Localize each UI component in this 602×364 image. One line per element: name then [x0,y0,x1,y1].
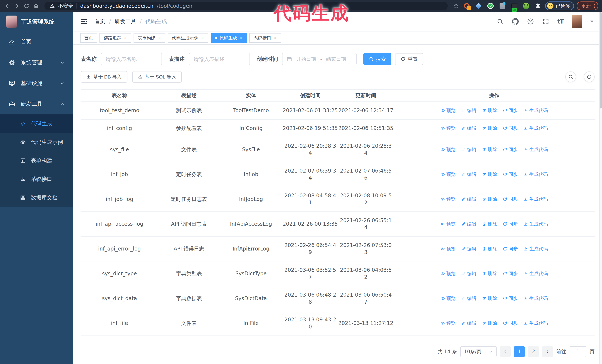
extension-puzzle-icon[interactable] [534,2,541,10]
sync-link[interactable]: 同步 [503,171,518,178]
page-button-2[interactable]: 2 [528,346,539,357]
generate-code-link[interactable]: 生成代码 [524,245,548,252]
extension-green-check-icon[interactable] [487,2,494,10]
edit-link[interactable]: 编辑 [461,270,476,277]
sync-link[interactable]: 同步 [503,125,518,132]
browser-update-button[interactable]: 更新 [577,1,598,10]
delete-link[interactable]: 删除 [482,146,497,153]
github-icon[interactable] [512,18,519,25]
breadcrumb-home[interactable]: 首页 [95,18,105,25]
reset-button[interactable]: 重置 [395,53,423,65]
generate-code-link[interactable]: 生成代码 [524,125,548,132]
fullscreen-icon[interactable] [542,18,549,25]
browser-profile-button[interactable]: 已暂停 [545,1,574,10]
sidebar-fold-icon[interactable] [80,18,88,25]
table-desc-input[interactable] [189,53,250,65]
table-name-input[interactable] [101,53,162,65]
bookmark-star-icon[interactable] [452,2,460,10]
browser-back-button[interactable] [4,2,11,10]
search-icon[interactable] [497,18,504,25]
sync-link[interactable]: 同步 [503,245,518,252]
refresh-table-button[interactable] [584,72,595,82]
edit-link[interactable]: 编辑 [461,107,476,114]
user-avatar[interactable] [572,15,582,28]
sync-link[interactable]: 同步 [503,320,518,327]
sidebar-item-codegen-example[interactable]: 代码生成示例 [0,133,73,151]
browser-reload-button[interactable] [23,2,30,10]
address-bar[interactable]: 不安全 dashboard.yudao.iocoder.cn/tool/code… [44,2,448,10]
delete-link[interactable]: 删除 [482,270,497,277]
preview-link[interactable]: 预览 [441,196,456,203]
sync-link[interactable]: 同步 [503,270,518,277]
sidebar-item-db-docs[interactable]: 数据库文档 [0,188,73,207]
generate-code-link[interactable]: 生成代码 [524,220,548,228]
delete-link[interactable]: 删除 [482,171,497,178]
preview-link[interactable]: 预览 [441,171,456,178]
edit-link[interactable]: 编辑 [461,245,476,252]
sidebar-item-system-management[interactable]: 系统管理 [0,52,73,73]
tab-home[interactable]: 首页 [80,33,97,43]
close-icon[interactable]: × [201,36,204,40]
help-icon[interactable] [527,18,534,25]
extension-gem-icon[interactable] [475,2,482,10]
browser-menu-icon[interactable] [594,4,595,8]
preview-link[interactable]: 预览 [441,270,456,277]
tab-system-api[interactable]: 系统接口 × [249,33,281,43]
preview-link[interactable]: 预览 [441,295,456,302]
generate-code-link[interactable]: 生成代码 [524,146,548,153]
tab-codegen-example[interactable]: 代码生成示例 × [168,33,208,43]
preview-link[interactable]: 预览 [441,146,456,153]
sync-link[interactable]: 同步 [503,196,518,203]
page-button-1[interactable]: 1 [514,346,525,357]
delete-link[interactable]: 删除 [482,245,497,252]
sync-link[interactable]: 同步 [503,295,518,302]
page-size-select[interactable]: 10条/页 [460,346,497,357]
edit-link[interactable]: 编辑 [461,146,476,153]
delete-link[interactable]: 删除 [482,295,497,302]
generate-code-link[interactable]: 生成代码 [524,107,548,114]
edit-link[interactable]: 编辑 [461,171,476,178]
generate-code-link[interactable]: 生成代码 [524,320,548,327]
app-logo[interactable]: 芋道管理系统 [0,12,73,31]
search-button[interactable]: 搜索 [363,53,391,65]
scrollbar-thumb[interactable] [600,12,602,108]
delete-link[interactable]: 删除 [482,320,497,327]
toggle-search-button[interactable] [565,72,576,82]
sidebar-item-infrastructure[interactable]: 基础设施 [0,73,73,94]
next-page-button[interactable] [542,346,553,357]
generate-code-link[interactable]: 生成代码 [524,196,548,203]
avatar-caret-icon[interactable] [590,21,593,23]
close-icon[interactable]: × [273,36,277,40]
edit-link[interactable]: 编辑 [461,320,476,327]
goto-page-input[interactable] [570,346,586,357]
preview-link[interactable]: 预览 [441,220,456,228]
delete-link[interactable]: 删除 [482,107,497,114]
tab-trace[interactable]: 链路追踪 × [99,33,131,43]
sidebar-item-form-builder[interactable]: 表单构建 [0,151,73,170]
preview-link[interactable]: 预览 [441,107,456,114]
extension-grid-icon[interactable] [499,2,506,10]
page-scrollbar[interactable] [599,12,602,364]
sidebar-item-codegen[interactable]: 代码生成 [0,114,73,133]
preview-link[interactable]: 预览 [441,320,456,327]
edit-link[interactable]: 编辑 [461,125,476,132]
breadcrumb-dev-tools[interactable]: 研发工具 [115,18,136,25]
edit-link[interactable]: 编辑 [461,196,476,203]
browser-forward-button[interactable] [13,2,20,10]
date-range-picker[interactable]: 开始日期 - 结束日期 [282,53,356,65]
font-size-icon[interactable]: tT [557,18,563,25]
import-db-button[interactable]: 基于 DB 导入 [81,71,128,83]
browser-home-button[interactable] [32,2,40,10]
delete-link[interactable]: 删除 [482,220,497,228]
sync-link[interactable]: 同步 [503,146,518,153]
generate-code-link[interactable]: 生成代码 [524,270,548,277]
generate-code-link[interactable]: 生成代码 [524,295,548,302]
tab-form-builder[interactable]: 表单构建 × [134,33,165,43]
preview-link[interactable]: 预览 [441,125,456,132]
extension-dark-on-icon[interactable]: on [511,2,518,10]
generate-code-link[interactable]: 生成代码 [524,171,548,178]
sync-link[interactable]: 同步 [503,107,518,114]
preview-link[interactable]: 预览 [441,245,456,252]
extension-bug-icon[interactable] [523,2,530,10]
close-icon[interactable]: × [239,36,243,40]
